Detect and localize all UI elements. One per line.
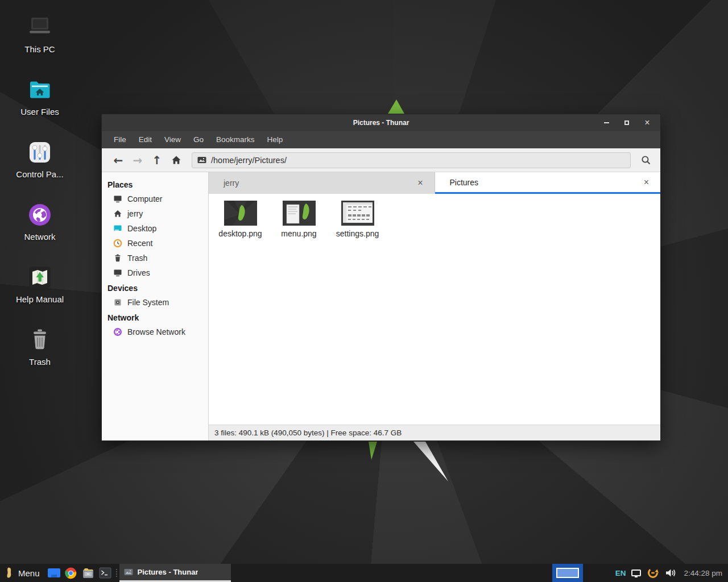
menu-help[interactable]: Help [261, 131, 289, 148]
control-panel-icon [26, 139, 53, 166]
display-settings-icon[interactable] [628, 564, 644, 582]
desktop-icon [113, 224, 122, 233]
tab-pictures[interactable]: Pictures × [435, 172, 661, 194]
show-desktop-icon [47, 568, 61, 578]
menu-png-thumbnail [283, 201, 316, 226]
speaker-icon [665, 568, 676, 578]
titlebar[interactable]: Pictures - Thunar × [102, 114, 660, 131]
settings-png-thumbnail [341, 201, 374, 226]
menu-button[interactable]: Menu [0, 564, 46, 582]
path-text: /home/jerry/Pictures/ [211, 156, 287, 165]
sidebar-item-computer[interactable]: Computer [102, 192, 208, 206]
menu-logo-icon [5, 567, 14, 579]
desktop-icon-help-manual[interactable]: Help Manual [6, 264, 74, 304]
home-button[interactable] [167, 151, 186, 169]
home-folder-icon [26, 76, 53, 103]
sidebar-item-recent[interactable]: Recent [102, 236, 208, 251]
file-manager-launcher[interactable] [80, 564, 97, 582]
desktop-icon-this-pc[interactable]: This PC [6, 14, 74, 54]
drives-icon [113, 268, 122, 277]
workspace-switcher[interactable] [552, 564, 583, 582]
home-icon [171, 155, 181, 165]
terminal-launcher[interactable] [97, 564, 114, 582]
recent-clock-icon [113, 239, 122, 248]
sidebar-header-places: Places [102, 177, 208, 192]
sidebar-item-label: Drives [127, 268, 150, 277]
menu-file[interactable]: File [107, 131, 133, 148]
trash-icon [26, 326, 53, 354]
sidebar-item-jerry[interactable]: jerry [102, 206, 208, 221]
keyboard-layout-indicator[interactable]: EN [613, 564, 629, 582]
trash-icon [113, 253, 122, 263]
desktop-png-thumbnail [224, 201, 257, 226]
chrome-icon [65, 567, 77, 579]
up-button[interactable]: ↑ [147, 151, 167, 169]
tab-bar: jerry × Pictures × [209, 172, 660, 194]
menu-go[interactable]: Go [187, 131, 210, 148]
menu-view[interactable]: View [158, 131, 187, 148]
task-button-label: Pictures - Thunar [138, 568, 198, 576]
browse-network-icon [113, 327, 122, 336]
sidebar-item-drives[interactable]: Drives [102, 265, 208, 280]
tab-close-icon[interactable]: × [640, 176, 652, 189]
tab-label: jerry [224, 178, 414, 188]
menu-button-label: Menu [18, 568, 40, 578]
file-desktop-png[interactable]: desktop.png [211, 199, 270, 238]
wallpaper-leaf-tip [381, 99, 410, 114]
task-button-thunar[interactable]: Pictures - Thunar [119, 564, 231, 582]
update-manager-icon[interactable] [644, 564, 662, 582]
menu-edit[interactable]: Edit [133, 131, 158, 148]
file-cabinet-icon [82, 567, 94, 579]
sidebar: Places Computer jerry [102, 172, 209, 440]
image-folder-icon [197, 156, 206, 164]
clock[interactable]: 2:44:28 pm [679, 569, 728, 577]
sidebar-item-label: Recent [127, 239, 152, 248]
wallpaper-blade [408, 442, 455, 484]
tab-close-icon[interactable]: × [414, 177, 426, 189]
status-text: 3 files: 490.1 kB (490,050 bytes) | Free… [214, 429, 402, 437]
sidebar-item-trash[interactable]: Trash [102, 251, 208, 265]
menubar: File Edit View Go Bookmarks Help [102, 131, 660, 148]
show-desktop-button[interactable] [46, 564, 63, 582]
desktop-root: This PC User Files Control Pa... [0, 0, 728, 582]
file-settings-png[interactable]: settings.png [328, 199, 387, 238]
help-manual-icon [26, 264, 53, 291]
wallpaper-leaf-bottom [365, 442, 382, 461]
sidebar-item-desktop[interactable]: Desktop [102, 221, 208, 236]
tab-jerry[interactable]: jerry × [209, 172, 435, 194]
tab-label: Pictures [450, 178, 640, 187]
file-menu-png[interactable]: menu.png [270, 199, 328, 238]
file-view[interactable]: desktop.png menu.png [209, 194, 660, 425]
menu-bookmarks[interactable]: Bookmarks [210, 131, 261, 148]
desktop-icon-label: Help Manual [6, 294, 74, 304]
file-name: desktop.png [211, 229, 270, 238]
taskbar: Menu [0, 564, 728, 582]
sidebar-header-devices: Devices [102, 280, 208, 295]
desktop-icon-user-files[interactable]: User Files [6, 76, 74, 117]
window-title: Pictures - Thunar [102, 119, 660, 127]
close-button[interactable]: × [643, 119, 651, 127]
minimize-button[interactable] [602, 119, 610, 127]
panel-grip[interactable] [114, 564, 119, 582]
update-refresh-icon [647, 567, 659, 579]
search-button[interactable] [635, 151, 657, 169]
back-button[interactable]: ← [109, 151, 128, 169]
desktop-icon-label: Network [6, 232, 74, 242]
chrome-launcher[interactable] [63, 564, 80, 582]
desktop-icon-control-panel[interactable]: Control Pa... [6, 139, 74, 179]
sidebar-item-browse-network[interactable]: Browse Network [102, 325, 208, 339]
sidebar-item-file-system[interactable]: File System [102, 295, 208, 310]
file-system-icon [113, 298, 122, 307]
desktop-icon-trash[interactable]: Trash [6, 326, 74, 367]
sidebar-item-label: Browse Network [127, 327, 185, 336]
desktop-icon-network[interactable]: Network [6, 201, 74, 242]
task-button-icon [124, 568, 133, 576]
path-bar[interactable]: /home/jerry/Pictures/ [192, 152, 631, 168]
maximize-button[interactable] [623, 119, 631, 127]
volume-icon[interactable] [662, 564, 679, 582]
forward-button[interactable]: → [128, 151, 147, 169]
sidebar-item-label: Desktop [127, 224, 156, 233]
sidebar-item-label: Computer [127, 194, 162, 203]
toolbar: ← → ↑ /home/jerry/Pictures/ [102, 148, 660, 172]
system-tray: EN 2:44:28 pm [552, 564, 728, 582]
